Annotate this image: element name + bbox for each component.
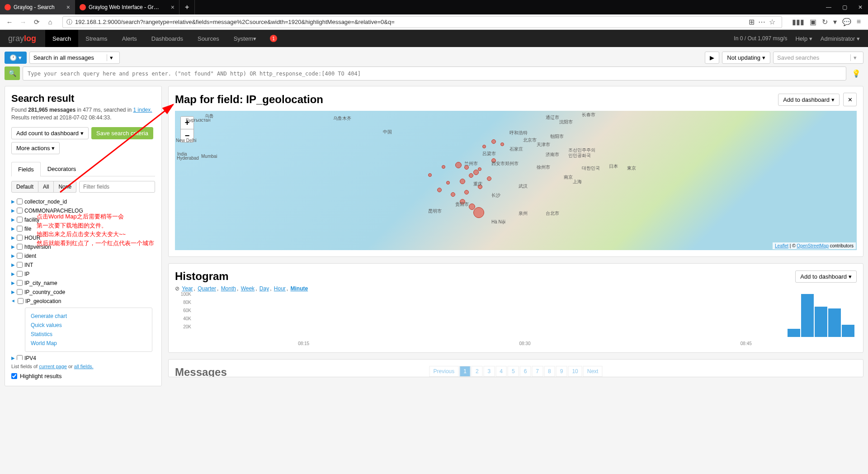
field-option-link[interactable]: Statistics xyxy=(31,330,146,339)
nav-item-alerts[interactable]: Alerts xyxy=(115,30,144,47)
close-panel-button[interactable]: ✕ xyxy=(843,93,857,106)
map-marker[interactable] xyxy=(446,181,450,185)
pagination-page[interactable]: 5 xyxy=(508,366,519,377)
field-checkbox[interactable] xyxy=(17,289,23,295)
star-icon[interactable]: ☆ xyxy=(769,18,775,26)
granularity-link[interactable]: Week xyxy=(241,285,255,292)
field-item[interactable]: ▶ IPV4 xyxy=(11,354,152,360)
tab-decorators[interactable]: Decorators xyxy=(41,161,83,176)
query-input[interactable] xyxy=(23,66,846,81)
highlight-checkbox[interactable] xyxy=(11,373,17,379)
field-checkbox[interactable] xyxy=(17,271,23,277)
map-marker[interactable] xyxy=(464,190,469,194)
nav-item-streams[interactable]: Streams xyxy=(78,30,114,47)
histogram-bar[interactable] xyxy=(788,329,800,337)
caret-icon[interactable]: ▼ xyxy=(11,299,16,303)
field-item[interactable]: ▶ HOUR xyxy=(11,233,152,242)
add-histogram-dashboard-button[interactable]: Add to dashboard ▾ xyxy=(795,270,857,283)
nav-item-sources[interactable]: Sources xyxy=(190,30,226,47)
caret-icon[interactable]: ▶ xyxy=(11,262,15,267)
map-marker[interactable] xyxy=(469,173,473,178)
pagination-page[interactable]: 7 xyxy=(532,366,543,377)
field-item[interactable]: ▶ file xyxy=(11,224,152,233)
caret-icon[interactable]: ▶ xyxy=(11,208,15,213)
more-icon[interactable]: ⋯ xyxy=(758,18,765,26)
browser-tab-1[interactable]: Graylog - Search × xyxy=(0,0,75,14)
sync-icon[interactable]: ↻ xyxy=(822,18,828,26)
nav-item-search[interactable]: Search xyxy=(45,30,78,47)
filter-default-button[interactable]: Default xyxy=(11,181,38,193)
nav-item-system[interactable]: System ▾ xyxy=(226,30,264,47)
field-checkbox[interactable] xyxy=(17,235,23,241)
histogram-bar[interactable] xyxy=(828,308,841,337)
scope-select[interactable]: Search in all messages▾ xyxy=(29,52,120,64)
field-item[interactable]: ▶ IP_country_code xyxy=(11,288,152,297)
field-item[interactable]: ▶ IP_city_name xyxy=(11,279,152,288)
pagination-prev[interactable]: Previous xyxy=(429,366,459,377)
filter-all-button[interactable]: All xyxy=(38,181,54,193)
map-marker[interactable] xyxy=(469,204,475,210)
pagination-page[interactable]: 2 xyxy=(472,366,483,377)
field-checkbox[interactable] xyxy=(17,208,23,213)
map-marker[interactable] xyxy=(478,167,481,171)
tip-icon[interactable]: 💡 xyxy=(849,66,863,81)
reload-button[interactable]: ⟳ xyxy=(31,16,42,28)
play-button[interactable]: ▶ xyxy=(705,52,719,64)
map-marker[interactable] xyxy=(451,192,455,197)
tab-fields[interactable]: Fields xyxy=(11,162,41,176)
url-input[interactable] xyxy=(75,19,746,25)
field-item[interactable]: ▼ IP_geolocation xyxy=(11,297,152,306)
app-logo[interactable]: graylog xyxy=(8,34,36,43)
save-search-button[interactable]: Save search criteria xyxy=(91,127,153,139)
more-actions-button[interactable]: More actions ▾ xyxy=(11,142,60,154)
pagination-page[interactable]: 10 xyxy=(568,366,582,377)
field-item[interactable]: ▶ ident xyxy=(11,251,152,261)
field-item[interactable]: ▶ COMMONAPACHELOG xyxy=(11,206,152,215)
pagination-page[interactable]: 8 xyxy=(544,366,555,377)
caret-icon[interactable]: ▶ xyxy=(11,226,15,231)
map-marker[interactable] xyxy=(491,139,496,144)
caret-icon[interactable]: ▶ xyxy=(11,356,15,360)
new-tab-button[interactable]: + xyxy=(179,0,195,14)
chat-icon[interactable]: 💬 xyxy=(842,18,851,26)
histogram-bar[interactable] xyxy=(801,294,814,337)
pagination-page[interactable]: 1 xyxy=(459,366,471,377)
caret-icon[interactable]: ▶ xyxy=(11,289,15,294)
granularity-link[interactable]: Hour xyxy=(274,285,286,292)
map-marker[interactable] xyxy=(473,207,484,218)
pagination-page[interactable]: 4 xyxy=(495,366,507,377)
caret-icon[interactable]: ▶ xyxy=(11,271,15,276)
sidebar-icon[interactable]: ▣ xyxy=(810,18,816,26)
pagination-page[interactable]: 6 xyxy=(520,366,531,377)
map-marker[interactable] xyxy=(487,176,491,181)
granularity-link[interactable]: Quarter xyxy=(198,285,216,292)
maximize-icon[interactable]: ▢ xyxy=(842,4,847,10)
caret-icon[interactable]: ▶ xyxy=(11,280,15,285)
add-count-dashboard-button[interactable]: Add count to dashboard ▾ xyxy=(11,127,89,139)
field-checkbox[interactable] xyxy=(17,217,23,223)
updating-button[interactable]: Not updating ▾ xyxy=(722,52,770,64)
field-checkbox[interactable] xyxy=(17,226,23,232)
caret-icon[interactable]: ▶ xyxy=(11,244,15,249)
filter-input[interactable] xyxy=(79,181,155,193)
library-icon[interactable]: ▮▮▮ xyxy=(792,18,804,26)
saved-searches-select[interactable]: Saved searches▾ xyxy=(773,52,863,64)
pocket-icon[interactable]: ▾ xyxy=(833,18,837,26)
field-checkbox[interactable] xyxy=(17,355,23,360)
caret-icon[interactable]: ▶ xyxy=(11,217,15,222)
field-option-link[interactable]: Generate chart xyxy=(31,312,146,321)
field-option-link[interactable]: World Map xyxy=(31,339,146,348)
map-marker[interactable] xyxy=(442,165,445,169)
forward-button[interactable]: → xyxy=(17,16,29,28)
map-canvas[interactable]: + − Leaflet | © OpenStreetMap contributo… xyxy=(175,111,857,250)
field-checkbox[interactable] xyxy=(17,262,23,268)
histogram-bar[interactable] xyxy=(815,307,827,337)
time-range-button[interactable]: 🕐 ▾ xyxy=(5,52,27,64)
map-marker[interactable] xyxy=(482,145,486,148)
field-item[interactable]: ▶ httpversion xyxy=(11,242,152,251)
highlight-toggle[interactable]: Highlight results xyxy=(11,373,155,379)
caret-icon[interactable]: ▶ xyxy=(11,253,15,258)
browser-tab-2[interactable]: Graylog Web Interface - Gr… × xyxy=(75,0,179,14)
map-marker[interactable] xyxy=(428,173,432,177)
pagination-next[interactable]: Next xyxy=(583,366,603,377)
